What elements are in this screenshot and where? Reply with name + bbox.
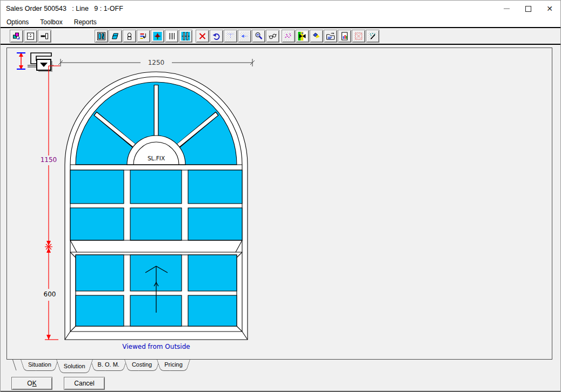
tab-bom-label: B. O. M. <box>98 361 119 368</box>
delete-button[interactable] <box>196 30 209 43</box>
toolbar-group-3 <box>196 30 280 43</box>
shift-dimension-icon <box>240 32 249 40</box>
specification-icon <box>139 32 148 40</box>
centre-dimensions-icon <box>26 32 35 40</box>
export-button[interactable] <box>324 30 337 43</box>
tab-solution-label: Solution <box>64 363 85 369</box>
toolbar-separator <box>1 44 560 45</box>
height-dimensions: 1150 600 <box>41 66 60 340</box>
tab-situation-label: Situation <box>28 361 51 368</box>
delete-icon <box>198 32 207 40</box>
glazing-bars-icon <box>181 32 190 40</box>
align-icon <box>298 32 307 40</box>
zoom-icon <box>254 32 263 40</box>
tab-strip: Situation Solution B. O. M. Costing Pric… <box>1 360 560 374</box>
tab-strip-lead <box>12 360 16 370</box>
window-title: Sales Order 500543 : Line 9 : 1-OFF <box>6 5 123 12</box>
specification-button[interactable] <box>137 30 150 43</box>
close-button[interactable]: ✕ <box>539 1 560 17</box>
grid-delete-button <box>352 30 365 43</box>
section-view-button[interactable] <box>38 30 51 43</box>
button-bar: OK Cancel <box>1 374 560 391</box>
toolbar-group-1 <box>10 30 52 43</box>
drawing-canvas[interactable]: 1250 1150 600 <box>6 48 552 360</box>
move-dimension-button <box>224 30 237 43</box>
frame-design-button[interactable] <box>95 30 108 43</box>
move-dimension-icon <box>226 32 235 40</box>
tab-pricing[interactable]: Pricing <box>157 360 190 371</box>
menu-options[interactable]: Options <box>2 18 34 26</box>
view-3d-icon <box>268 32 277 40</box>
louvre-icon <box>167 32 176 40</box>
tab-bom[interactable]: B. O. M. <box>90 360 127 371</box>
tab-solution[interactable]: Solution <box>56 360 93 373</box>
hardware-icon <box>125 32 134 40</box>
glazing-button[interactable] <box>109 30 122 43</box>
toolbar-group-4 <box>282 30 380 43</box>
centre-dimensions-button[interactable] <box>24 30 37 43</box>
lower-height-label: 600 <box>44 290 56 298</box>
spray-button[interactable] <box>310 30 323 43</box>
section-view-icon <box>40 32 49 40</box>
cancel-label: Cancel <box>74 380 94 387</box>
sketch-button <box>282 30 295 43</box>
export-icon <box>326 32 335 40</box>
window-drawing-svg: 1250 1150 600 <box>7 48 552 358</box>
vent-icon <box>153 32 162 40</box>
shift-dimension-button <box>238 30 251 43</box>
undo-button[interactable] <box>210 30 223 43</box>
grid-delete-icon <box>354 32 363 40</box>
title-bar: Sales Order 500543 : Line 9 : 1-OFF ✕ <box>1 1 560 17</box>
glazing-icon <box>111 32 120 40</box>
cancel-button[interactable]: Cancel <box>64 377 105 390</box>
menu-bar: Options Toolbox Reports <box>1 17 560 27</box>
spray-icon <box>312 32 321 40</box>
frame-design-icon <box>97 32 106 40</box>
undo-icon <box>212 32 221 40</box>
sketch-icon <box>284 32 293 40</box>
tab-pricing-label: Pricing <box>164 361 183 368</box>
width-dimension: 1250 <box>58 59 255 66</box>
close-icon: ✕ <box>546 5 553 12</box>
minimize-button[interactable] <box>496 1 517 17</box>
tab-costing-label: Costing <box>132 361 152 368</box>
ok-button[interactable]: OK <box>11 377 52 390</box>
tab-costing[interactable]: Costing <box>124 360 159 371</box>
width-dimension-label: 1250 <box>148 59 165 66</box>
report-chart-icon <box>340 32 349 40</box>
zoom-button[interactable] <box>252 30 265 43</box>
align-button[interactable] <box>296 30 309 43</box>
survey-button <box>366 30 379 43</box>
view-3d-button[interactable] <box>266 30 279 43</box>
toolbar <box>1 28 560 44</box>
minimize-icon <box>504 8 510 9</box>
window-controls: ✕ <box>496 1 560 17</box>
maximize-button[interactable] <box>517 1 539 17</box>
vent-button[interactable] <box>151 30 164 43</box>
hardware-button[interactable] <box>123 30 136 43</box>
transfer-profiles-button[interactable] <box>10 30 23 43</box>
report-chart-button[interactable] <box>338 30 351 43</box>
menu-reports[interactable]: Reports <box>69 18 102 26</box>
transfer-profiles-icon <box>12 32 21 40</box>
fan-label: SL.FIX <box>148 155 165 161</box>
tab-situation[interactable]: Situation <box>21 360 59 371</box>
survey-icon <box>368 32 377 40</box>
menu-toolbox[interactable]: Toolbox <box>35 18 67 26</box>
dimension-style-widget <box>17 52 54 72</box>
window-drawing: SL.FIX <box>65 72 248 340</box>
glazing-bars-button[interactable] <box>179 30 192 43</box>
upper-height-label: 1150 <box>41 156 57 164</box>
view-caption: Viewed from Outside <box>122 343 190 350</box>
maximize-icon <box>525 6 531 12</box>
toolbar-group-2 <box>95 30 193 43</box>
louvre-button[interactable] <box>165 30 178 43</box>
